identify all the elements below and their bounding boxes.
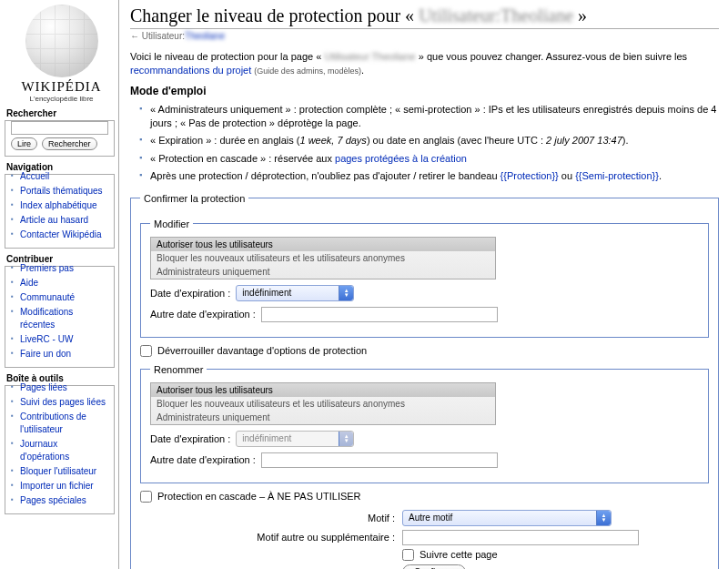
rename-fieldset: Renommer Autoriser tous les utilisateurs… xyxy=(140,364,709,483)
option[interactable]: Administrateurs uniquement xyxy=(151,411,495,424)
logo[interactable]: WIKIPÉDIA L'encyclopédie libre xyxy=(5,5,118,103)
instruction-item: « Administrateurs uniquement » : protect… xyxy=(139,101,719,133)
page-title: Changer le niveau de protection pour « U… xyxy=(130,5,719,29)
cascade-checkbox[interactable] xyxy=(140,491,152,503)
content: Changer le niveau de protection pour « U… xyxy=(118,0,728,569)
search-button[interactable]: Rechercher xyxy=(42,137,97,150)
mode-heading: Mode d'emploi xyxy=(130,85,719,97)
option[interactable]: Administrateurs uniquement xyxy=(151,265,495,279)
nav-portlet: Accueil Portails thématiques Index alpha… xyxy=(5,174,115,249)
option[interactable]: Bloquer les nouveaux utilisateurs et les… xyxy=(151,251,495,265)
template-link[interactable]: {{Semi-protection}} xyxy=(575,170,659,181)
rename-expiry-label: Date d'expiration : xyxy=(150,433,230,444)
cascade-link[interactable]: pages protégées à la création xyxy=(335,153,467,164)
search-input[interactable] xyxy=(11,121,108,135)
nav-item[interactable]: Pages liées xyxy=(20,382,67,392)
instructions-list: « Administrateurs uniquement » : protect… xyxy=(130,101,719,186)
modify-legend: Modifier xyxy=(150,218,193,229)
modify-other-expiry-input[interactable] xyxy=(261,307,498,322)
rename-other-expiry-label: Autre date d'expiration : xyxy=(150,454,256,465)
rename-level-select[interactable]: Autoriser tous les utilisateurs Bloquer … xyxy=(150,382,496,425)
nav-item[interactable]: Suivi des pages liées xyxy=(20,397,106,407)
recommendations-link[interactable]: recommandations du projet xyxy=(130,65,251,76)
nav-item[interactable]: Aide xyxy=(20,278,38,288)
subtitle-link[interactable]: Theoliane xyxy=(185,31,225,41)
unlock-checkbox[interactable] xyxy=(140,345,152,357)
instruction-item: Après une protection / déprotection, n'o… xyxy=(139,168,719,185)
cascade-label: Protection en cascade – À NE PAS UTILISE… xyxy=(157,491,361,502)
option[interactable]: Bloquer les nouveaux utilisateurs et les… xyxy=(151,397,495,411)
confirm-button[interactable]: Confirmer xyxy=(402,564,466,569)
confirm-protection-fieldset: Confirmer la protection Modifier Autoris… xyxy=(130,193,719,569)
template-link[interactable]: {{Protection}} xyxy=(500,170,559,181)
chevron-updown-icon: ▲▼ xyxy=(339,286,353,300)
nav-item[interactable]: Portails thématiques xyxy=(20,186,103,196)
subtitle: ← Utilisateur:Theoliane xyxy=(130,31,719,41)
go-button[interactable]: Lire xyxy=(11,137,37,150)
nav-item[interactable]: Premiers pas xyxy=(20,263,74,273)
reason-select[interactable]: Autre motif ▲▼ xyxy=(402,510,612,526)
modify-other-expiry-label: Autre date d'expiration : xyxy=(150,309,256,320)
nav-item[interactable]: Journaux d'opérations xyxy=(20,439,69,462)
sidebar: WIKIPÉDIA L'encyclopédie libre Recherche… xyxy=(0,0,118,569)
instruction-item: « Expiration » : durée en anglais (1 wee… xyxy=(139,132,719,149)
option-selected[interactable]: Autoriser tous les utilisateurs xyxy=(151,383,495,397)
watch-label: Suivre cette page xyxy=(420,549,498,560)
nav-item[interactable]: Modifications récentes xyxy=(20,307,73,330)
logo-globe-icon xyxy=(25,5,98,77)
modify-fieldset: Modifier Autoriser tous les utilisateurs… xyxy=(140,218,709,338)
logo-tagline: L'encyclopédie libre xyxy=(5,95,118,103)
contrib-portlet: Premiers pas Aide Communauté Modificatio… xyxy=(5,266,115,368)
rename-other-expiry-input[interactable] xyxy=(261,452,498,468)
nav-item[interactable]: LiveRC - UW xyxy=(20,334,73,344)
nav-item[interactable]: Faire un don xyxy=(20,349,71,359)
modify-level-select[interactable]: Autoriser tous les utilisateurs Bloquer … xyxy=(150,237,496,279)
watch-checkbox[interactable] xyxy=(402,549,414,561)
other-reason-input[interactable] xyxy=(402,530,639,545)
nav-item[interactable]: Contacter Wikipédia xyxy=(20,229,101,239)
search-portlet: Rechercher Lire Rechercher xyxy=(5,108,118,157)
nav-item[interactable]: Pages spéciales xyxy=(20,495,86,505)
chevron-updown-icon: ▲▼ xyxy=(339,432,353,446)
nav-item[interactable]: Communauté xyxy=(20,292,75,302)
chevron-updown-icon: ▲▼ xyxy=(596,511,611,525)
other-reason-label: Motif autre ou supplémentaire : xyxy=(213,532,395,543)
nav-item[interactable]: Importer un fichier xyxy=(20,481,94,491)
logo-text: WIKIPÉDIA xyxy=(5,79,118,95)
nav-item[interactable]: Index alphabétique xyxy=(20,200,97,210)
instruction-item: « Protection en cascade » : réservée aux… xyxy=(139,150,719,168)
option-selected[interactable]: Autoriser tous les utilisateurs xyxy=(151,238,495,251)
outer-legend: Confirmer la protection xyxy=(140,193,248,204)
intro-text: Voici le niveau de protection pour la pa… xyxy=(130,50,719,77)
rename-expiry-select: indéfiniment ▲▼ xyxy=(236,431,354,447)
modify-expiry-select[interactable]: indéfiniment ▲▼ xyxy=(236,285,354,301)
nav-item[interactable]: Bloquer l'utilisateur xyxy=(20,466,96,476)
unlock-label: Déverrouiller davantage d'options de pro… xyxy=(157,345,367,356)
nav-item[interactable]: Accueil xyxy=(20,171,49,181)
modify-expiry-label: Date d'expiration : xyxy=(150,288,230,299)
nav-item[interactable]: Article au hasard xyxy=(20,215,88,225)
reason-label: Motif : xyxy=(213,513,395,523)
toolbox-portlet: Pages liées Suivi des pages liées Contri… xyxy=(5,385,115,514)
rename-legend: Renommer xyxy=(150,364,207,375)
nav-item[interactable]: Contributions de l'utilisateur xyxy=(20,412,86,434)
